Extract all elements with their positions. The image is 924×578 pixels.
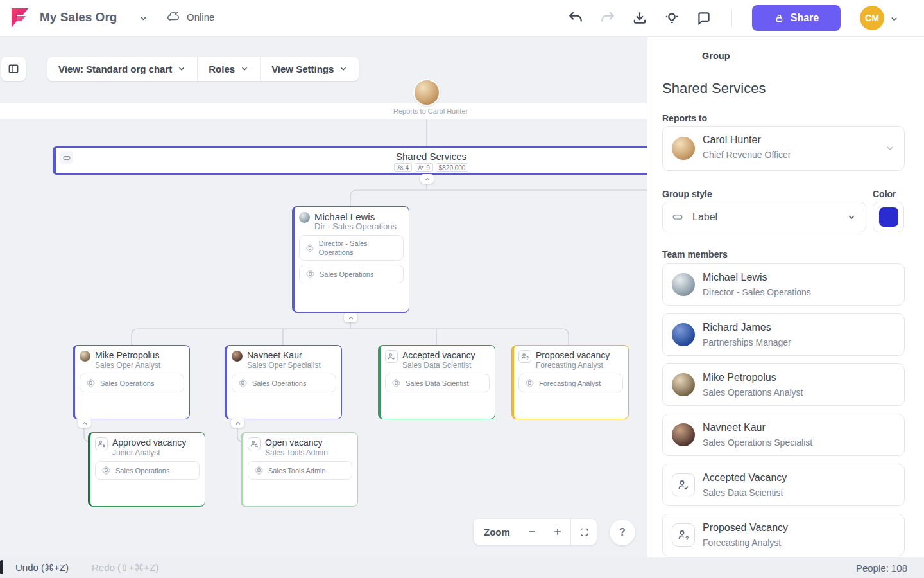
- lightbulb-icon[interactable]: [663, 10, 680, 26]
- reports-to-band: Reports to Carol Hunter: [0, 103, 647, 119]
- chevron-down-icon: [846, 212, 857, 222]
- team-members-label: Team members: [662, 249, 728, 259]
- avatar: [672, 423, 695, 446]
- org-card-michael-lewis[interactable]: Michael Lewis Dir - Sales Operations Dir…: [292, 206, 409, 313]
- color-swatch: [879, 207, 898, 227]
- view-dropdown-label: View: Standard org chart: [58, 64, 172, 74]
- role-chip-label: Director - Sales Operations: [319, 239, 398, 257]
- user-avatar[interactable]: CM: [860, 6, 884, 30]
- sidebar-toggle-button[interactable]: [1, 57, 26, 81]
- reports-to-title: Chief Revenue Officer: [703, 150, 791, 160]
- chevron-down-icon[interactable]: [889, 14, 899, 24]
- card-name: Navneet Kaur: [247, 350, 321, 361]
- card-title: Sales Oper Analyst: [95, 361, 160, 370]
- member-card-michael-lewis[interactable]: Michael Lewis Director - Sales Operation…: [662, 263, 905, 306]
- roles-dropdown[interactable]: Roles: [198, 57, 260, 81]
- download-icon[interactable]: [631, 10, 648, 26]
- role-chip[interactable]: Sales Operations: [80, 374, 184, 392]
- org-card-mike-petropolus[interactable]: Mike Petropolus Sales Oper Analyst Sales…: [73, 345, 190, 419]
- org-card-accepted-vacancy[interactable]: Accepted vacancy Sales Data Scientist Sa…: [378, 345, 495, 419]
- people-count: People: 108: [856, 563, 907, 574]
- person-dollar-icon: $: [95, 437, 108, 450]
- org-chart-canvas[interactable]: View: Standard org chart Roles View Sett…: [0, 37, 647, 557]
- budget-value: $820,000: [439, 164, 466, 171]
- member-card-proposed-vacancy[interactable]: ? Proposed Vacancy Forecasting Analyst: [662, 514, 905, 556]
- collapse-caret-navneet[interactable]: [231, 418, 244, 428]
- role-chip[interactable]: Sales Operations: [232, 374, 336, 392]
- carol-hunter-avatar[interactable]: [413, 79, 440, 106]
- org-card-navneet-kaur[interactable]: Navneet Kaur Sales Oper Specialist Sales…: [225, 345, 342, 419]
- role-chip-label: Sales Operations: [116, 466, 169, 475]
- role-diamond-icon: [253, 465, 264, 476]
- role-diamond-icon: [237, 378, 248, 389]
- color-picker[interactable]: [873, 202, 904, 232]
- role-chip[interactable]: Forecasting Analyst: [518, 374, 623, 392]
- label-pill-icon: [672, 211, 683, 223]
- member-title: Sales Operations Specialist: [703, 437, 812, 448]
- role-diamond-icon: [305, 268, 316, 279]
- people-count-value: 4: [406, 164, 409, 171]
- people-count-badge: 4: [394, 163, 413, 172]
- zoom-in-button[interactable]: [545, 519, 571, 545]
- person-check-icon: [385, 350, 398, 363]
- fit-screen-icon: [579, 527, 590, 538]
- card-title: Sales Data Scientist: [402, 361, 475, 370]
- redo-icon[interactable]: [599, 10, 616, 26]
- view-settings-dropdown[interactable]: View Settings: [261, 57, 359, 81]
- share-button[interactable]: Share: [752, 5, 841, 31]
- role-chip[interactable]: Director - Sales Operations: [299, 235, 404, 261]
- member-card-richard-james[interactable]: Richard James Partnerships Manager: [662, 313, 905, 356]
- role-chip[interactable]: Sales Data Scientist: [385, 374, 490, 392]
- online-status-text: Online: [187, 12, 214, 22]
- svg-text:?: ?: [685, 535, 689, 541]
- member-title: Partnerships Manager: [703, 337, 791, 347]
- org-card-proposed-vacancy[interactable]: ? Proposed vacancy Forecasting Analyst F…: [511, 345, 629, 419]
- undo-button[interactable]: Undo (⌘+Z): [15, 562, 69, 574]
- card-title: Junior Analyst: [112, 448, 186, 457]
- collapse-caret-michael[interactable]: [344, 313, 357, 322]
- view-dropdown[interactable]: View: Standard org chart: [47, 57, 197, 81]
- group-style-select[interactable]: Label: [662, 202, 866, 232]
- chevron-down-icon[interactable]: [139, 13, 148, 23]
- reports-to-card[interactable]: Carol Hunter Chief Revenue Officer: [662, 126, 905, 171]
- scrollbar-thumb[interactable]: [0, 560, 3, 574]
- org-card-approved-vacancy[interactable]: $ Approved vacancy Junior Analyst Sales …: [88, 432, 205, 507]
- status-bar: Undo (⌘+Z) Redo (⇧+⌘+Z) People: 108: [0, 557, 924, 578]
- role-chip[interactable]: Sales Operations: [95, 461, 200, 480]
- undo-icon[interactable]: [567, 10, 584, 26]
- org-name[interactable]: My Sales Org: [40, 10, 117, 24]
- collapse-caret-mike[interactable]: [78, 418, 91, 428]
- fit-screen-button[interactable]: [571, 519, 597, 545]
- role-chip-label: Sales Operations: [252, 379, 306, 388]
- help-button[interactable]: ?: [610, 520, 635, 545]
- roles-count-badge: 9: [415, 163, 433, 172]
- member-card-mike-petropolus[interactable]: Mike Petropolus Sales Operations Analyst: [662, 363, 905, 406]
- group-bar-shared-services[interactable]: Shared Services 4 9 $820,000: [53, 146, 647, 175]
- avatar: [299, 212, 310, 223]
- member-name: Richard James: [703, 322, 771, 333]
- avatar: [672, 373, 695, 396]
- group-style-label: Group style: [662, 189, 712, 199]
- member-card-navneet-kaur[interactable]: Navneet Kaur Sales Operations Specialist: [662, 414, 905, 456]
- roles-count-value: 9: [426, 164, 430, 171]
- reports-to-name: Carol Hunter: [703, 134, 761, 146]
- group-bar-title: Shared Services: [56, 151, 647, 162]
- role-chip-label: Sales Data Scientist: [406, 379, 468, 388]
- chevron-down-icon: [885, 143, 895, 153]
- org-card-open-vacancy[interactable]: Open vacancy Sales Tools Admin Sales Too…: [241, 432, 358, 507]
- topbar-divider: [732, 9, 732, 27]
- redo-button[interactable]: Redo (⇧+⌘+Z): [92, 562, 158, 574]
- role-chip[interactable]: Sales Tools Admin: [248, 461, 352, 480]
- svg-text:?: ?: [526, 356, 529, 360]
- comment-icon[interactable]: [696, 10, 712, 26]
- member-card-accepted-vacancy[interactable]: Accepted Vacancy Sales Data Scientist: [662, 464, 905, 506]
- person-search-icon: [248, 437, 261, 450]
- card-title: Sales Oper Specialist: [247, 361, 321, 370]
- role-chip[interactable]: Sales Operations: [299, 265, 404, 283]
- online-status: Online: [166, 10, 214, 24]
- zoom-out-button[interactable]: [519, 519, 545, 545]
- card-title: Dir - Sales Operations: [314, 222, 397, 231]
- view-settings-label: View Settings: [271, 64, 334, 74]
- share-button-label: Share: [791, 12, 819, 24]
- collapse-caret-group[interactable]: [420, 174, 434, 184]
